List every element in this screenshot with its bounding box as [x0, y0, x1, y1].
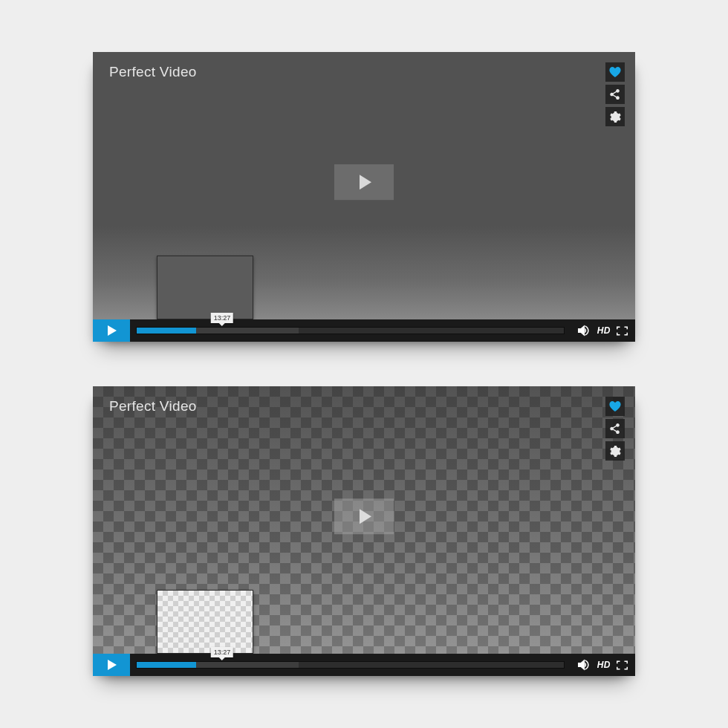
hd-button[interactable]: HD	[597, 660, 611, 670]
like-button[interactable]	[605, 397, 625, 416]
share-button[interactable]	[605, 85, 625, 104]
played-segment	[137, 328, 196, 334]
play-icon	[360, 175, 371, 189]
share-icon	[610, 89, 620, 100]
settings-button[interactable]	[605, 441, 625, 461]
fullscreen-button[interactable]	[617, 326, 628, 336]
progress-area: 13:27	[130, 319, 571, 342]
play-icon	[360, 509, 371, 524]
time-tooltip: 13:27	[211, 647, 234, 657]
controls-bar: 13:27 HD	[93, 319, 635, 342]
video-player: Perfect Video 13:27	[93, 386, 635, 676]
video-title: Perfect Video	[109, 64, 197, 80]
settings-button[interactable]	[605, 107, 625, 126]
video-player: Perfect Video 13:27	[93, 52, 635, 342]
volume-button[interactable]	[578, 659, 591, 671]
side-buttons	[605, 397, 625, 461]
volume-icon	[578, 325, 591, 337]
video-area[interactable]: Perfect Video	[93, 52, 635, 319]
side-buttons	[605, 62, 625, 126]
progress-area: 13:27	[130, 654, 571, 676]
video-area[interactable]: Perfect Video	[93, 386, 635, 654]
heart-icon	[609, 67, 621, 77]
fullscreen-icon	[617, 326, 628, 336]
preview-thumbnail	[157, 256, 253, 319]
play-button[interactable]	[93, 319, 130, 342]
right-controls: HD	[571, 319, 635, 342]
right-controls: HD	[571, 654, 635, 676]
hd-label: HD	[597, 660, 611, 670]
progress-bar[interactable]: 13:27	[136, 327, 565, 334]
play-icon	[108, 325, 117, 336]
played-segment	[137, 662, 196, 668]
controls-bar: 13:27 HD	[93, 654, 635, 676]
center-play-button[interactable]	[334, 164, 394, 200]
like-button[interactable]	[605, 62, 625, 82]
gear-icon	[610, 446, 621, 457]
gear-icon	[610, 111, 621, 123]
play-icon	[108, 660, 117, 670]
center-play-button[interactable]	[334, 498, 394, 534]
play-button[interactable]	[93, 654, 130, 676]
video-title: Perfect Video	[109, 398, 197, 415]
fullscreen-icon	[617, 660, 628, 670]
fullscreen-button[interactable]	[617, 660, 628, 670]
volume-icon	[578, 659, 591, 671]
time-tooltip: 13:27	[211, 313, 234, 323]
share-icon	[610, 423, 620, 434]
hd-button[interactable]: HD	[597, 325, 611, 336]
preview-thumbnail	[157, 590, 253, 654]
hd-label: HD	[597, 325, 611, 336]
volume-button[interactable]	[578, 325, 591, 337]
progress-bar[interactable]: 13:27	[136, 661, 565, 669]
share-button[interactable]	[605, 419, 625, 438]
heart-icon	[609, 401, 621, 412]
